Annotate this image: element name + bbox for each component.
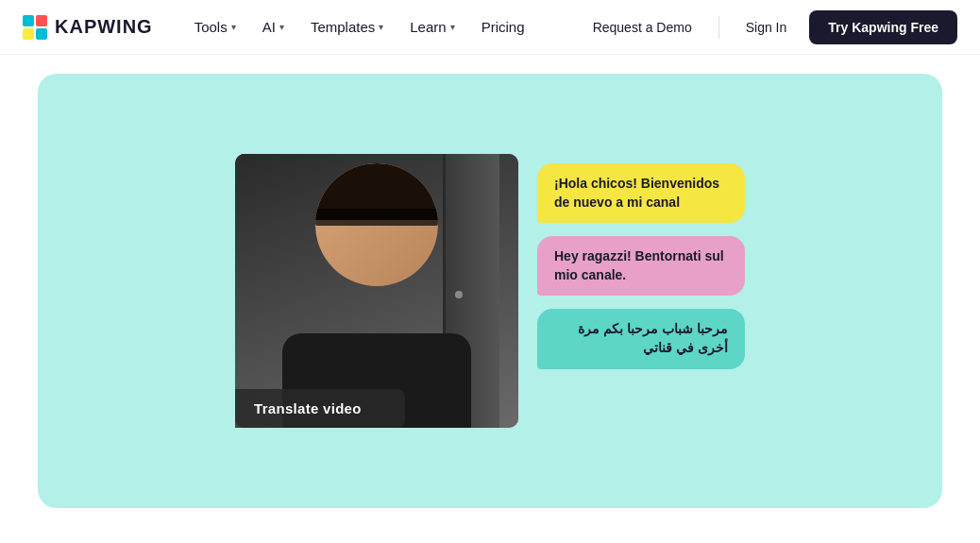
nav-pricing-label: Pricing	[482, 19, 525, 35]
chevron-down-icon: ▾	[231, 22, 236, 32]
chevron-down-icon: ▾	[450, 22, 455, 32]
chat-bubble-spanish: ¡Hola chicos! Bienvenidos de nuevo a mi …	[537, 163, 745, 223]
chat-container: ¡Hola chicos! Bienvenidos de nuevo a mi …	[537, 154, 745, 369]
nav-tools-label: Tools	[194, 19, 228, 35]
video-container: Translate video	[235, 154, 518, 428]
bubble-spanish-text: ¡Hola chicos! Bienvenidos de nuevo a mi …	[554, 176, 719, 210]
bubble-italian-text: Hey ragazzi! Bentornati sul mio canale.	[554, 248, 724, 282]
nav-item-tools[interactable]: Tools ▾	[183, 11, 247, 42]
video-frame	[235, 154, 518, 428]
nav-item-pricing[interactable]: Pricing	[470, 11, 536, 42]
bubble-arabic-text: مرحبا شباب مرحبا بكم مرة أخرى في قناتي	[578, 321, 728, 355]
nav-learn-label: Learn	[410, 19, 446, 35]
person-headband	[315, 209, 438, 226]
translate-label: Translate video	[235, 389, 405, 428]
nav-item-templates[interactable]: Templates ▾	[299, 11, 395, 42]
nav-item-learn[interactable]: Learn ▾	[398, 11, 465, 42]
logo[interactable]: KAPWING	[23, 15, 153, 40]
hero-card: Translate video ¡Hola chicos! Bienvenido…	[38, 74, 942, 508]
nav-right: Request a Demo Sign In Try Kapwing Free	[578, 10, 957, 44]
person-face	[315, 163, 438, 286]
door-knob	[455, 291, 463, 298]
chevron-down-icon: ▾	[379, 22, 383, 32]
nav-templates-label: Templates	[311, 19, 375, 35]
navbar: KAPWING Tools ▾ AI ▾ Templates ▾ Learn ▾…	[0, 0, 980, 55]
main-content: Translate video ¡Hola chicos! Bienvenido…	[0, 55, 980, 527]
logo-icon	[23, 15, 47, 40]
logo-text: KAPWING	[55, 16, 153, 38]
video-chat-wrapper: Translate video ¡Hola chicos! Bienvenido…	[235, 154, 745, 428]
chat-bubble-italian: Hey ragazzi! Bentornati sul mio canale.	[537, 236, 745, 296]
try-free-button[interactable]: Try Kapwing Free	[809, 10, 957, 44]
nav-links: Tools ▾ AI ▾ Templates ▾ Learn ▾ Pricing	[183, 11, 578, 42]
request-demo-button[interactable]: Request a Demo	[578, 12, 707, 42]
nav-divider	[718, 16, 719, 39]
video-background	[235, 154, 518, 428]
chevron-down-icon: ▾	[279, 22, 284, 32]
nav-item-ai[interactable]: AI ▾	[251, 11, 296, 42]
chat-bubble-arabic: مرحبا شباب مرحبا بكم مرة أخرى في قناتي	[537, 309, 745, 368]
sign-in-button[interactable]: Sign In	[731, 12, 803, 42]
nav-ai-label: AI	[262, 19, 276, 35]
